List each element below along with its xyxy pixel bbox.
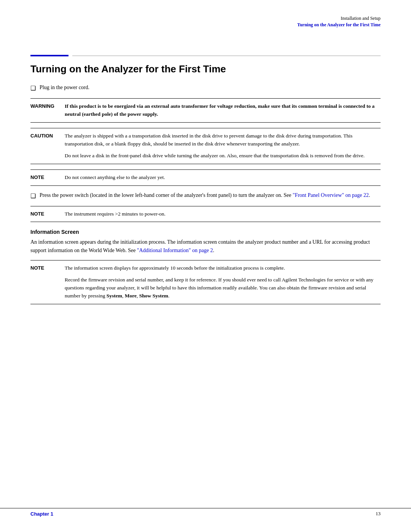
checklist-item-1: ❑ Plug in the power cord. xyxy=(30,83,381,93)
note1-label: NOTE xyxy=(30,174,65,180)
caution-box: CAUTION The analyzer is shipped with a a… xyxy=(30,128,381,164)
page: Installation and Setup Turning on the An… xyxy=(0,0,411,532)
note2-label: NOTE xyxy=(30,210,65,217)
checkbox-icon-2: ❑ xyxy=(30,192,36,201)
note3-box: NOTE The information screen displays for… xyxy=(30,260,381,304)
bold-more: More xyxy=(125,293,137,299)
warning-content: If this product is to be energized via a… xyxy=(65,102,381,118)
note3-para1: The information screen displays for appr… xyxy=(65,264,381,272)
additional-info-link[interactable]: "Additional Information" on page 2 xyxy=(137,248,213,253)
note3-content: The information screen displays for appr… xyxy=(65,264,381,300)
page-header: Installation and Setup Turning on the An… xyxy=(297,15,381,28)
caution-para2: Do not leave a disk in the front-panel d… xyxy=(65,152,381,160)
note2-content: The instrument requires >2 minutes to po… xyxy=(65,210,381,218)
note1-box: NOTE Do not connect anything else to the… xyxy=(30,169,381,186)
warning-text: If this product is to be energized via a… xyxy=(65,103,374,117)
front-panel-link[interactable]: "Front Panel Overview" on page 22 xyxy=(293,192,369,198)
caution-para1: The analyzer is shipped with a a transpo… xyxy=(65,132,381,148)
header-section: Turning on the Analyzer for the First Ti… xyxy=(297,22,381,28)
checklist-text-1: Plug in the power cord. xyxy=(40,83,89,91)
warning-box: WARNING If this product is to be energiz… xyxy=(30,98,381,123)
caution-label: CAUTION xyxy=(30,132,65,139)
checklist-text-2: Press the power switch (located in the l… xyxy=(40,191,370,199)
warning-label: WARNING xyxy=(30,102,65,109)
rule-blue xyxy=(30,55,68,56)
note3-para2: Record the firmware revision and serial … xyxy=(65,276,381,300)
checklist-item-2: ❑ Press the power switch (located in the… xyxy=(30,191,381,201)
bold-system: System xyxy=(107,293,122,299)
note2-box: NOTE The instrument requires >2 minutes … xyxy=(30,206,381,222)
info-section-heading: Information Screen xyxy=(30,229,381,235)
footer-page-number: 13 xyxy=(376,508,381,517)
page-title: Turning on the Analyzer for the First Ti… xyxy=(30,63,381,75)
info-paragraph: An information screen appears during the… xyxy=(30,238,381,254)
caution-content: The analyzer is shipped with a a transpo… xyxy=(65,132,381,160)
rule-gray xyxy=(72,56,381,56)
top-rule xyxy=(30,55,381,56)
header-chapter: Installation and Setup xyxy=(297,15,381,22)
footer-chapter: Chapter 1 xyxy=(30,509,53,517)
page-footer: Chapter 1 13 xyxy=(0,508,411,517)
note1-content: Do not connect anything else to the anal… xyxy=(65,174,381,182)
note3-label: NOTE xyxy=(30,264,65,271)
checkbox-icon-1: ❑ xyxy=(30,84,36,93)
bold-show-system: Show System xyxy=(139,293,168,299)
